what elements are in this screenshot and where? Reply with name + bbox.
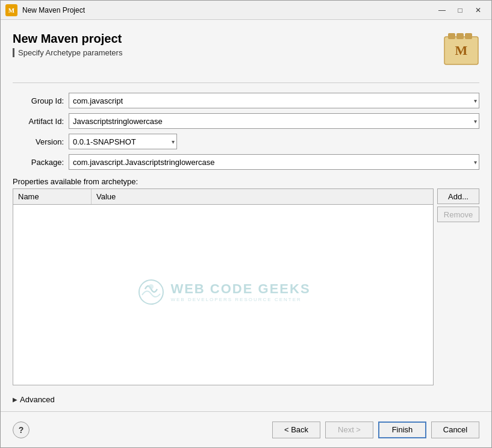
properties-table: Name Value [13,188,434,385]
watermark-text-group: WEB CODE GEEKS WEB DEVELOPERS RESOURCE C… [170,281,310,302]
advanced-label: Advanced [20,395,55,404]
header-text: New Maven project Specify Archetype para… [13,32,122,57]
version-label: Version: [13,137,64,146]
group-id-select[interactable]: com.javascript [69,93,479,108]
maven-logo: M [443,32,479,68]
properties-label: Properties available from archetype: [13,177,479,186]
package-label: Package: [13,158,64,167]
form-area: Group Id: com.javascript ▾ Artifact Id: … [13,93,479,170]
content-area: New Maven project Specify Archetype para… [1,20,491,406]
window-title: New Maven Project [22,6,434,14]
artifact-id-select-wrapper: Javascriptstringlowercase ▾ [69,113,479,129]
version-row: Version: 0.0.1-SNAPSHOT ▾ [13,134,479,149]
window-icon: M [5,4,17,16]
maximize-button[interactable]: □ [452,4,469,16]
artifact-id-row: Artifact Id: Javascriptstringlowercase ▾ [13,113,479,129]
window-controls: — □ ✕ [434,4,487,16]
group-id-select-wrapper: com.javascript ▾ [69,93,479,108]
svg-rect-4 [456,33,464,39]
properties-area: Name Value [13,188,479,385]
table-header-name: Name [13,189,92,204]
finish-button[interactable]: Finish [378,422,426,438]
watermark-logo: WEB CODE GEEKS WEB DEVELOPERS RESOURCE C… [135,277,310,307]
advanced-section[interactable]: ▶ Advanced [13,393,479,406]
version-select-wrapper: 0.0.1-SNAPSHOT ▾ [69,134,177,149]
remove-button[interactable]: Remove [437,207,479,222]
svg-text:M: M [455,43,468,58]
page-title: New Maven project [13,32,122,46]
separator [13,82,479,83]
table-header: Name Value [13,189,433,205]
watermark: WEB CODE GEEKS WEB DEVELOPERS RESOURCE C… [135,277,310,307]
title-bar: M New Maven Project — □ ✕ [1,1,491,20]
svg-rect-5 [465,33,472,39]
footer: ? < Back Next > Finish Cancel [1,411,491,447]
next-button[interactable]: Next > [325,422,373,438]
minimize-button[interactable]: — [434,4,450,16]
package-select-wrapper: com.javascript.Javascriptstringlowercase… [69,154,479,170]
wcg-logo-icon [135,277,166,307]
page-subtitle: Specify Archetype parameters [13,48,122,57]
cancel-button[interactable]: Cancel [431,422,479,438]
back-button[interactable]: < Back [272,422,320,438]
add-button[interactable]: Add... [437,188,479,204]
artifact-id-label: Artifact Id: [13,117,64,126]
package-select[interactable]: com.javascript.Javascriptstringlowercase [69,154,479,170]
main-window: M New Maven Project — □ ✕ New Maven proj… [0,0,492,448]
artifact-id-select[interactable]: Javascriptstringlowercase [69,113,479,129]
svg-point-8 [148,284,153,289]
group-id-label: Group Id: [13,96,64,105]
table-header-value: Value [92,189,433,204]
help-button[interactable]: ? [13,422,30,438]
version-select[interactable]: 0.0.1-SNAPSHOT [69,134,177,149]
close-button[interactable]: ✕ [470,4,487,16]
advanced-arrow-icon: ▶ [13,396,17,403]
package-row: Package: com.javascript.Javascriptstring… [13,154,479,170]
svg-point-7 [139,280,163,304]
watermark-sub-text: WEB DEVELOPERS RESOURCE CENTER [170,297,310,302]
table-action-buttons: Add... Remove [437,188,479,385]
maven-logo-icon: M [443,32,479,68]
watermark-main-text: WEB CODE GEEKS [170,281,310,297]
svg-text:M: M [8,7,15,14]
svg-rect-3 [448,33,455,39]
group-id-row: Group Id: com.javascript ▾ [13,93,479,108]
header-section: New Maven project Specify Archetype para… [13,32,479,68]
table-body[interactable]: WEB CODE GEEKS WEB DEVELOPERS RESOURCE C… [13,205,433,385]
